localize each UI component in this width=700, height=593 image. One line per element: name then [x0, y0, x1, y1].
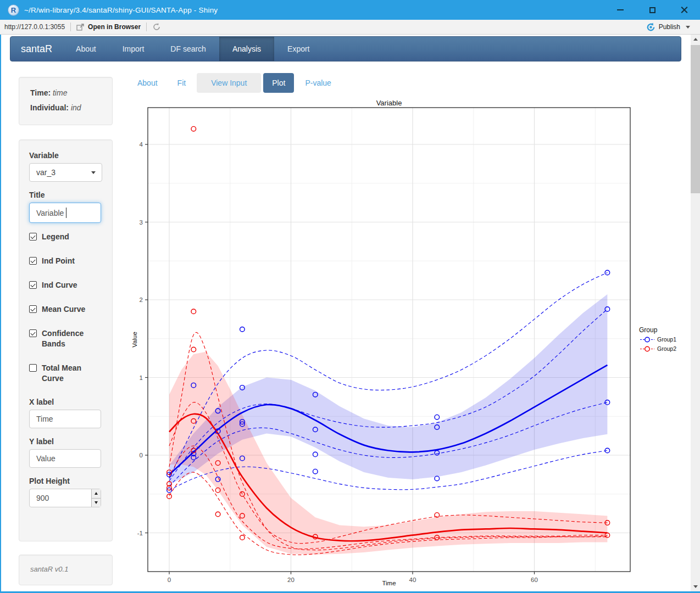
- svg-text:40: 40: [409, 577, 416, 583]
- close-button[interactable]: [668, 0, 700, 20]
- vertical-scrollbar[interactable]: [691, 35, 700, 591]
- nav-item-about[interactable]: About: [63, 37, 109, 61]
- version-panel: santaR v0.1: [19, 555, 113, 585]
- checkbox-confidence-bands[interactable]: Confidence Bands: [29, 328, 98, 349]
- minimize-icon: [617, 9, 624, 10]
- checkbox-checked-icon[interactable]: [29, 329, 37, 337]
- tab-fit[interactable]: Fit: [169, 73, 195, 93]
- triangle-down-icon: [693, 585, 698, 588]
- x-label-input[interactable]: [29, 410, 101, 428]
- checkbox-ind-point[interactable]: Ind Point: [29, 256, 98, 266]
- checkbox-label: Confidence Bands: [42, 328, 98, 349]
- nav-item-analysis[interactable]: Analysis: [219, 37, 274, 61]
- svg-text:Group1: Group1: [657, 336, 676, 343]
- svg-text:3: 3: [140, 219, 143, 226]
- scroll-up-button[interactable]: [691, 35, 700, 44]
- dataset-info-panel: Time: time Individual: ind: [19, 77, 113, 125]
- checkbox-legend[interactable]: Legend: [29, 232, 98, 242]
- checkbox-label: Mean Curve: [42, 304, 85, 315]
- checkbox-checked-icon[interactable]: [29, 233, 37, 240]
- chevron-down-icon: [91, 171, 96, 174]
- address-text: http://127.0.0.1:3055: [4, 23, 65, 31]
- spinner-up-button[interactable]: [91, 489, 101, 499]
- publish-button[interactable]: Publish: [646, 23, 690, 32]
- y-label-label: Y label: [29, 437, 102, 446]
- close-icon: [681, 7, 688, 14]
- svg-text:1: 1: [140, 374, 143, 381]
- x-label-label: X label: [29, 398, 102, 406]
- svg-text:60: 60: [531, 577, 538, 583]
- maximize-icon: [649, 7, 655, 13]
- variable-select[interactable]: var_3: [29, 163, 102, 182]
- open-in-browser-button[interactable]: Open in Browser: [76, 23, 141, 31]
- version-text: santaR v0.1: [30, 565, 101, 573]
- refresh-button[interactable]: [152, 23, 161, 31]
- checkbox-label: Ind Point: [42, 256, 75, 266]
- spinner-down-button[interactable]: [91, 499, 101, 507]
- plot-height-label: Plot Height: [29, 477, 102, 485]
- analysis-tabs: AboutFitView InputPlotP-value: [129, 73, 342, 93]
- navbar-brand[interactable]: santaR: [10, 37, 63, 61]
- separator: [70, 23, 71, 31]
- plot-canvas: 0204060-101234VariableTimeValueGroupGrou…: [127, 98, 686, 591]
- checkbox-total-mean-curve[interactable]: Total Mean Curve: [29, 363, 98, 384]
- r-logo-icon: R: [8, 4, 19, 16]
- separator: [146, 23, 147, 31]
- svg-text:-1: -1: [137, 530, 143, 536]
- text-cursor: [66, 208, 66, 218]
- svg-text:0: 0: [168, 577, 171, 583]
- open-in-browser-icon: [76, 24, 85, 31]
- title-label: Title: [29, 191, 102, 199]
- plot-controls-panel: Variable var_3 Title LegendInd PointInd …: [19, 139, 113, 541]
- maximize-button[interactable]: [636, 0, 668, 20]
- navbar: santaR AboutImportDF searchAnalysisExpor…: [10, 36, 681, 61]
- svg-text:20: 20: [287, 577, 295, 583]
- time-info: Time: time: [30, 88, 101, 97]
- tab-view-input[interactable]: View Input: [197, 73, 261, 93]
- publish-icon: [646, 23, 655, 32]
- nav-item-export[interactable]: Export: [274, 37, 323, 61]
- checkbox-label: Legend: [42, 232, 69, 242]
- tab-about[interactable]: About: [129, 73, 166, 93]
- plot-height-input[interactable]: [29, 489, 101, 507]
- window-title: ~/R/win-library/3.4/santaR/shiny-GUI/SAN…: [24, 6, 218, 14]
- checkbox-label: Total Mean Curve: [42, 363, 98, 384]
- refresh-icon: [152, 23, 161, 31]
- svg-text:Time: Time: [382, 580, 396, 586]
- checkbox-label: Ind Curve: [42, 280, 77, 290]
- scroll-down-button[interactable]: [691, 582, 700, 591]
- individual-info: Individual: ind: [30, 103, 101, 112]
- y-label-input[interactable]: [29, 449, 101, 468]
- variable-label: Variable: [29, 151, 102, 160]
- checkbox-ind-curve[interactable]: Ind Curve: [29, 280, 98, 290]
- triangle-down-icon: [95, 501, 98, 504]
- svg-text:Value: Value: [131, 332, 138, 348]
- scrollbar-thumb[interactable]: [691, 45, 700, 193]
- checkbox-unchecked-icon[interactable]: [29, 364, 37, 372]
- svg-text:0: 0: [140, 452, 143, 458]
- nav-item-df-search[interactable]: DF search: [157, 37, 219, 61]
- viewer-toolbar: http://127.0.0.1:3055 Open in Browser Pu…: [0, 20, 700, 35]
- nav-item-import[interactable]: Import: [109, 37, 158, 61]
- triangle-up-icon: [693, 38, 698, 41]
- svg-text:Group: Group: [639, 326, 658, 334]
- title-bar: R ~/R/win-library/3.4/santaR/shiny-GUI/S…: [0, 0, 700, 20]
- tab-p-value[interactable]: P-value: [296, 73, 340, 93]
- minimize-button[interactable]: [604, 0, 636, 20]
- svg-text:4: 4: [140, 141, 143, 148]
- svg-text:2: 2: [140, 296, 143, 303]
- tab-plot[interactable]: Plot: [263, 73, 294, 93]
- svg-text:Variable: Variable: [376, 99, 402, 107]
- title-input[interactable]: [29, 203, 101, 223]
- checkbox-checked-icon[interactable]: [29, 257, 37, 265]
- checkbox-checked-icon[interactable]: [29, 305, 37, 313]
- triangle-up-icon: [95, 492, 98, 495]
- checkbox-mean-curve[interactable]: Mean Curve: [29, 304, 98, 315]
- svg-text:Group2: Group2: [657, 345, 676, 352]
- checkbox-checked-icon[interactable]: [29, 281, 37, 289]
- publish-dropdown-icon[interactable]: [686, 26, 690, 29]
- app-window: R ~/R/win-library/3.4/santaR/shiny-GUI/S…: [0, 0, 700, 593]
